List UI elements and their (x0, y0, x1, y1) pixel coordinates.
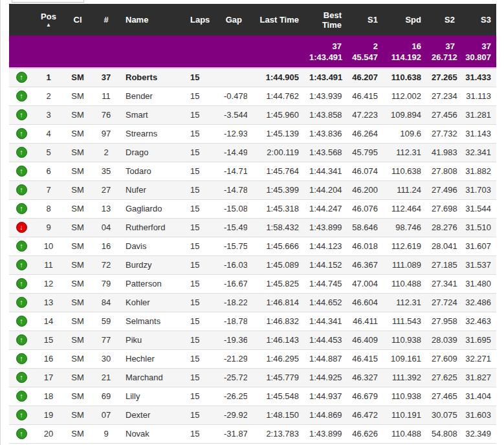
s2-cell: 54.808 (426, 424, 460, 443)
s3-cell: 31.544 (460, 199, 496, 218)
column-header-pos[interactable]: Pos ▲ (34, 4, 63, 36)
table-row[interactable]: ↑4SM97Strearns15-12.9391:45.1391:43.8364… (9, 124, 496, 143)
table-row[interactable]: ↑19SM07Dexter15-29.9211:48.1501:44.86946… (9, 406, 496, 424)
table-row[interactable]: ↑8SM13Gagliardo15-15.0851:45.3181:44.247… (9, 199, 496, 218)
pos-cell: 9 (34, 218, 63, 237)
table-row[interactable]: ↑2SM11Bender15-0.4781:44.7621:43.93946.4… (9, 87, 496, 105)
s1-cell: 46.472 (347, 406, 383, 424)
driver-name-cell: Rutherford (120, 218, 185, 237)
table-row[interactable]: ↑6SM35Todaro15-14.7101:45.7641:44.34146.… (9, 162, 496, 180)
trend-cell: ↑ (9, 274, 34, 293)
driver-name-cell: Drago (120, 143, 185, 162)
table-row[interactable]: ↑15SM77Piku15-19.3671:46.1431:44.45346.4… (9, 331, 496, 349)
spd-cell: 109.894 (383, 105, 426, 124)
summary-best-s2: 37 26.712 (426, 36, 460, 68)
gap-cell: -16.676 (219, 274, 247, 293)
car-number-cell: 77 (92, 331, 120, 349)
car-number-cell: 84 (92, 293, 120, 312)
spd-cell: 111.543 (383, 312, 426, 331)
class-cell: SM (63, 124, 92, 143)
column-header-last-time[interactable]: Last Time (247, 4, 304, 36)
summary-empty-cell (247, 36, 304, 68)
summary-empty-cell (9, 36, 34, 68)
car-number-cell: 07 (92, 406, 120, 424)
last-time-cell: 1:45.960 (247, 105, 304, 124)
summary-empty-cell (219, 36, 247, 68)
table-row[interactable]: ↓9SM04Rutherford15-15.4951:58.4321:43.89… (9, 218, 496, 237)
position-up-icon: ↑ (16, 316, 27, 327)
spd-cell: 110.191 (383, 406, 426, 424)
column-header-s3[interactable]: S3 (460, 4, 496, 36)
trend-cell: ↑ (9, 87, 34, 105)
s2-cell: 30.075 (426, 406, 460, 424)
column-header-s2[interactable]: S2 (426, 4, 460, 36)
class-cell: SM (63, 68, 92, 87)
position-up-icon: ↑ (16, 391, 27, 402)
pos-cell: 1 (34, 68, 63, 87)
best-time-cell: 1:44.652 (304, 293, 347, 312)
column-header-num[interactable]: # (92, 4, 120, 36)
s2-cell: 27.958 (426, 312, 460, 331)
pos-cell: 11 (34, 255, 63, 274)
s3-cell: 31.143 (460, 124, 496, 143)
s3-cell: 32.349 (460, 424, 496, 443)
table-row[interactable]: ↑13SM84Kohler15-18.2221:46.8141:44.65246… (9, 293, 496, 312)
table-row[interactable]: ↑14SM59Selmants15-18.7801:46.8321:44.341… (9, 312, 496, 331)
spd-cell: 110.488 (383, 274, 426, 293)
column-header-s1[interactable]: S1 (347, 4, 383, 36)
table-row[interactable]: ↑20SM9Novak15-31.8712:13.7831:43.89946.6… (9, 424, 496, 443)
trend-cell: ↑ (9, 124, 34, 143)
table-row[interactable]: ↑7SM27Nufer15-14.7841:45.3991:44.20446.2… (9, 180, 496, 199)
pos-cell: 15 (34, 331, 63, 349)
table-row[interactable]: ↑5SM2Drago15-14.4932:00.1191:43.56845.79… (9, 143, 496, 162)
car-number-cell: 35 (92, 162, 120, 180)
laps-cell: 15 (185, 312, 219, 331)
driver-name-cell: Marchand (120, 368, 185, 387)
laps-cell: 15 (185, 368, 219, 387)
driver-name-cell: Todaro (120, 162, 185, 180)
trend-cell: ↑ (9, 406, 34, 424)
laps-cell: 15 (185, 124, 219, 143)
column-header-laps[interactable]: Laps (185, 4, 219, 36)
table-row[interactable]: ↑3SM76Smart15-3.5441:45.9601:43.85847.22… (9, 105, 496, 124)
class-cell: SM (63, 162, 92, 180)
s3-cell: 31.281 (460, 105, 496, 124)
column-header-name[interactable]: Name (120, 4, 185, 36)
s2-cell: 27.625 (426, 368, 460, 387)
column-header-pos-label: Pos (41, 12, 56, 21)
s3-cell: 31.480 (460, 274, 496, 293)
spd-cell: 111.089 (383, 255, 426, 274)
s1-cell: 46.415 (347, 87, 383, 105)
s2-cell: 27.185 (426, 255, 460, 274)
spd-cell: 112.31 (383, 143, 426, 162)
table-row[interactable]: ↑17SM21Marchand15-25.7251:45.7791:44.925… (9, 368, 496, 387)
column-header-cl[interactable]: Cl (63, 4, 92, 36)
gap-cell: -29.921 (219, 406, 247, 424)
trend-cell: ↓ (9, 218, 34, 237)
car-number-cell: 2 (92, 143, 120, 162)
table-row[interactable]: ↑18SM69Lilly15-26.2551:45.5481:44.93746.… (9, 387, 496, 406)
column-header-best-time[interactable]: Best Time (304, 4, 347, 36)
best-time-cell: 1:43.836 (304, 124, 347, 143)
s3-cell: 31.433 (460, 68, 496, 87)
last-time-cell: 1:44.905 (247, 68, 304, 87)
car-number-cell: 79 (92, 274, 120, 293)
table-row[interactable]: ↑11SM72Burdzy15-16.0361:45.0891:44.15246… (9, 255, 496, 274)
table-row[interactable]: ↑1SM37Roberts151:44.9051:43.49146.207110… (9, 68, 496, 87)
s1-cell: 58.646 (347, 218, 383, 237)
class-cell: SM (63, 237, 92, 255)
s2-cell: 27.496 (426, 180, 460, 199)
best-time-cell: 1:44.341 (304, 162, 347, 180)
s1-cell: 46.200 (347, 180, 383, 199)
s1-cell: 46.411 (347, 312, 383, 331)
s3-cell: 31.703 (460, 180, 496, 199)
table-row[interactable]: ↑12SM79Patterson15-16.6761:45.8251:44.74… (9, 274, 496, 293)
s1-cell: 47.223 (347, 105, 383, 124)
s3-cell: 31.537 (460, 255, 496, 274)
table-row[interactable]: ↑10SM16Davis15-15.7551:45.6661:44.12346.… (9, 237, 496, 255)
best-time-cell: 1:43.491 (304, 68, 347, 87)
last-time-cell: 1:45.825 (247, 274, 304, 293)
column-header-gap[interactable]: Gap (219, 4, 247, 36)
column-header-spd[interactable]: Spd (383, 4, 426, 36)
table-row[interactable]: ↑16SM30Hechler15-21.2971:46.2951:44.8874… (9, 349, 496, 368)
